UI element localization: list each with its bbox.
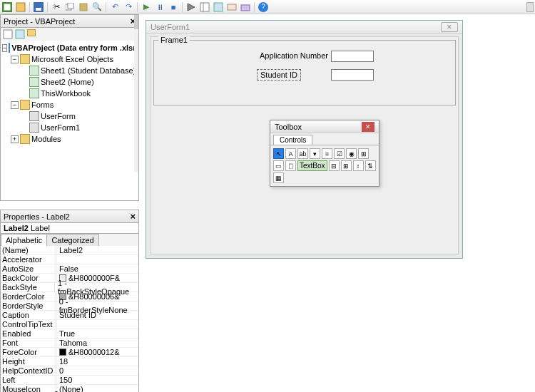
property-value[interactable]: False xyxy=(56,264,78,273)
tool-frame[interactable]: ▭ xyxy=(273,160,284,171)
tool-pointer[interactable]: ↖ xyxy=(273,148,284,159)
tool-ab[interactable]: ab xyxy=(297,148,308,159)
properties-object-dropdown[interactable]: Label2 Label xyxy=(0,223,139,234)
tool-textbox[interactable]: TextBox xyxy=(297,160,327,171)
excel-icon[interactable] xyxy=(1,1,13,13)
tree-item[interactable]: Sheet2 (Home) xyxy=(1,76,138,88)
close-icon[interactable]: ✕ xyxy=(362,122,374,132)
tree-item-label: UserForm xyxy=(41,112,76,120)
tree-item[interactable]: ThisWorkbook xyxy=(1,88,138,99)
property-row[interactable]: (Name)Label2 xyxy=(1,246,138,255)
tool-check[interactable]: ☑ xyxy=(334,148,345,159)
property-name: BackColor xyxy=(1,274,56,282)
save-icon[interactable] xyxy=(33,1,44,13)
copy-icon[interactable] xyxy=(64,1,76,13)
property-row[interactable]: AutoSizeFalse xyxy=(1,264,138,274)
property-row[interactable]: Left150 xyxy=(1,376,138,385)
tool-list[interactable]: ≡ xyxy=(322,148,332,159)
property-value[interactable]: Label2 xyxy=(56,246,83,254)
property-value[interactable]: Tahoma xyxy=(56,339,87,347)
property-row[interactable]: ForeColor&H80000012& xyxy=(1,348,138,357)
collapse-icon[interactable]: − xyxy=(2,44,7,52)
property-row[interactable]: BackStyle1 - fmBackStyleOpaque xyxy=(1,283,138,292)
property-row[interactable]: Accelerator xyxy=(1,255,138,264)
expand-icon[interactable]: + xyxy=(11,135,19,143)
cut-icon[interactable]: ✂ xyxy=(51,1,62,13)
redo-icon[interactable]: ↷ xyxy=(123,1,134,13)
form-designer: UserForm1 ✕ Frame1 Application NumberStu… xyxy=(143,17,531,388)
form-icon xyxy=(29,111,39,121)
view-code-icon[interactable] xyxy=(3,29,13,39)
collapse-icon[interactable]: − xyxy=(11,101,19,109)
tree-group[interactable]: +Modules xyxy=(1,133,138,145)
paste-icon[interactable] xyxy=(78,1,89,13)
toolbar-more-icon[interactable] xyxy=(526,2,534,12)
property-name: Left xyxy=(1,376,56,384)
label-app_num[interactable]: Application Number xyxy=(257,51,331,61)
property-row[interactable]: HelpContextID0 xyxy=(1,366,138,376)
close-icon[interactable]: ✕ xyxy=(441,22,458,32)
view-object-icon[interactable] xyxy=(15,29,25,39)
tool-option[interactable]: ◉ xyxy=(346,148,357,159)
toolbox-icon[interactable] xyxy=(240,1,251,13)
property-value[interactable]: 18 xyxy=(56,357,68,366)
property-value[interactable]: Student ID xyxy=(56,311,96,319)
project-explorer-icon[interactable] xyxy=(199,1,210,13)
property-row[interactable]: EnabledTrue xyxy=(1,329,138,339)
tool-a[interactable]: A xyxy=(285,148,296,159)
property-value[interactable]: &H80000012& xyxy=(56,348,120,356)
form-titlebar[interactable]: UserForm1 ✕ xyxy=(146,21,462,33)
project-toolbar xyxy=(0,28,139,41)
tool-combo[interactable]: ▾ xyxy=(310,148,320,159)
pause-icon[interactable]: ⏸ xyxy=(154,1,165,13)
property-value[interactable]: True xyxy=(56,329,75,338)
property-row[interactable]: ControlTipText xyxy=(1,320,138,329)
tab-alphabetic[interactable]: Alphabetic xyxy=(1,234,47,246)
tool-scroll[interactable]: ↕ xyxy=(353,160,364,171)
object-browser-icon[interactable] xyxy=(226,1,238,13)
tool-toggle[interactable]: ⊞ xyxy=(358,148,369,159)
tab-controls[interactable]: Controls xyxy=(273,135,312,145)
find-icon[interactable]: 🔍 xyxy=(91,1,103,13)
project-tree[interactable]: − VBAProject (Data entry form .xlsm) −Mi… xyxy=(0,41,139,201)
macro-icon[interactable] xyxy=(15,1,26,13)
properties-grid[interactable]: (Name)Label2AcceleratorAutoSizeFalseBack… xyxy=(0,246,139,392)
property-row[interactable]: BorderStyle0 - fmBorderStyleNone xyxy=(1,301,138,311)
label-stud_id[interactable]: Student ID xyxy=(257,69,301,81)
svg-rect-16 xyxy=(16,30,24,38)
toggle-folders-icon[interactable] xyxy=(27,29,37,39)
property-value[interactable]: 0 xyxy=(56,366,63,375)
properties-icon[interactable] xyxy=(213,1,224,13)
sheet-icon xyxy=(29,66,39,76)
tree-item[interactable]: UserForm xyxy=(1,110,138,122)
frame1-control[interactable]: Frame1 Application NumberStudent ID xyxy=(153,40,456,105)
tab-categorized[interactable]: Categorized xyxy=(46,234,98,246)
help-icon[interactable]: ? xyxy=(258,1,269,13)
book-icon xyxy=(29,88,39,98)
property-value[interactable]: 150 xyxy=(56,376,72,384)
property-row[interactable]: FontTahoma xyxy=(1,339,138,348)
textbox-app-num[interactable] xyxy=(331,51,374,62)
toolbox-titlebar[interactable]: Toolbox ✕ xyxy=(270,120,379,133)
collapse-icon[interactable]: − xyxy=(11,56,19,63)
tree-item[interactable]: Sheet1 (Student Database) xyxy=(1,65,138,76)
property-name: BorderStyle xyxy=(1,301,56,310)
tree-item[interactable]: UserForm1 xyxy=(1,122,138,133)
tool-multi[interactable]: ⊞ xyxy=(341,160,352,171)
design-mode-icon[interactable] xyxy=(185,1,197,13)
tree-root[interactable]: − VBAProject (Data entry form .xlsm) xyxy=(1,42,138,53)
close-icon[interactable]: × xyxy=(130,211,136,222)
tree-group[interactable]: −Microsoft Excel Objects xyxy=(1,53,138,65)
tool-spin[interactable]: ⇅ xyxy=(365,160,376,171)
run-icon[interactable]: ▶ xyxy=(141,1,152,13)
tool-image[interactable]: ▦ xyxy=(273,172,284,183)
tree-group[interactable]: −Forms xyxy=(1,99,138,110)
textbox-student-id[interactable] xyxy=(331,69,374,81)
toolbox-window[interactable]: Toolbox ✕ Controls ↖Aab▾≡☑◉⊞▭⎕TextBox⊟⊞↕… xyxy=(270,120,379,187)
stop-icon[interactable]: ■ xyxy=(168,1,179,13)
tool-tab[interactable]: ⊟ xyxy=(329,160,340,171)
tool-cmd[interactable]: ⎕ xyxy=(285,160,296,171)
property-row[interactable]: Height18 xyxy=(1,357,138,366)
undo-icon[interactable]: ↶ xyxy=(109,1,121,13)
sheet-icon xyxy=(29,77,39,87)
